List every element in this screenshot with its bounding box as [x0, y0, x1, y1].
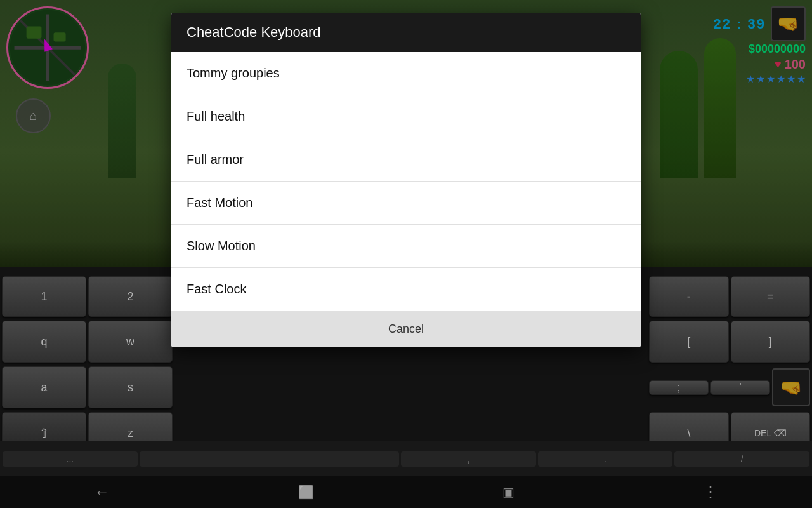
- cheatcode-dialog: CheatCode Keyboard Tommy groupies Full h…: [171, 13, 641, 347]
- dialog-footer: Cancel: [171, 311, 641, 347]
- dialog-overlay: CheatCode Keyboard Tommy groupies Full h…: [0, 0, 812, 508]
- cancel-button[interactable]: Cancel: [171, 311, 641, 347]
- cheat-item-full-health[interactable]: Full health: [171, 95, 641, 138]
- cheat-item-tommy-groupies[interactable]: Tommy groupies: [171, 52, 641, 95]
- dialog-title: CheatCode Keyboard: [187, 24, 321, 40]
- dialog-title-bar: CheatCode Keyboard: [171, 13, 641, 52]
- cheat-item-full-armor[interactable]: Full armor: [171, 138, 641, 182]
- cheat-item-fast-clock[interactable]: Fast Clock: [171, 268, 641, 311]
- cheat-item-fast-motion[interactable]: Fast Motion: [171, 182, 641, 225]
- cheat-item-slow-motion[interactable]: Slow Motion: [171, 225, 641, 268]
- dialog-list: Tommy groupies Full health Full armor Fa…: [171, 52, 641, 311]
